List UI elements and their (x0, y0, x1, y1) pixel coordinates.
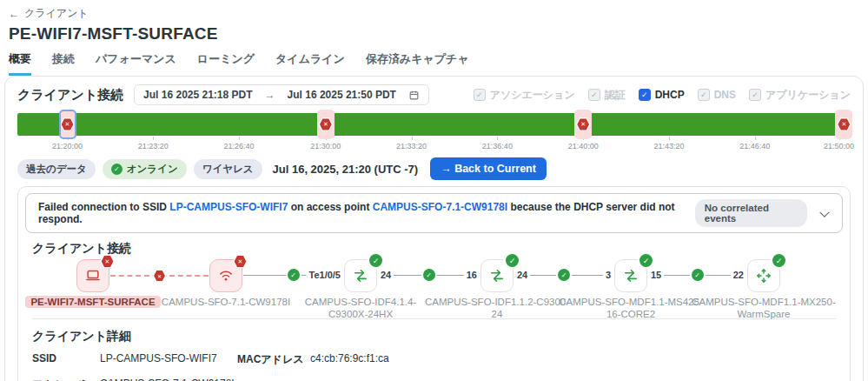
client-connection-card: クライアント接続 Jul 16 2025 21:18 PDT → Jul 16 … (4, 76, 864, 381)
breadcrumb-label: クライアント (24, 6, 89, 21)
link-ok-icon: ✓ (558, 269, 570, 281)
timeline-tick-label: 21:20:00 (52, 142, 83, 150)
topology-title: クライアント接続 (32, 241, 843, 257)
device-node-laptop[interactable]: ✕ (76, 259, 109, 292)
filter-dhcp[interactable]: ✓DHCP (639, 89, 685, 101)
checkbox-icon: ✓ (749, 89, 761, 101)
timeline-error-marker[interactable]: ✕ (835, 110, 852, 139)
date-range-arrow: → (265, 89, 275, 101)
x-icon: ✕ (577, 118, 589, 130)
failure-alert-right: No correlated events (695, 199, 835, 227)
x-icon: ✕ (235, 256, 247, 268)
filter-label: DHCP (655, 89, 685, 101)
filter-disabled: ✓DNS (698, 89, 736, 101)
timeline-tick-label: 21:26:40 (224, 142, 255, 150)
tab-performance[interactable]: パフォーマンス (96, 51, 176, 76)
error-hexagon-icon: ✕ (61, 117, 75, 132)
device-node-appliance[interactable]: ✓ (747, 259, 780, 292)
ok-badge: ✓ (506, 254, 519, 267)
error-hexagon-icon: ✕ (837, 117, 851, 132)
timeline-tick-label: 21:46:40 (739, 142, 770, 150)
port-label: 22 (731, 270, 746, 280)
x-icon: ✕ (102, 256, 114, 268)
error-badge: ✕ (233, 254, 248, 269)
filter-disabled: ✓アソシエーション (474, 88, 575, 103)
port-label: Te1/0/5 (307, 270, 344, 280)
error-hexagon-icon: ✕ (576, 117, 591, 132)
device-node-access-point[interactable]: ✕ (209, 259, 242, 292)
detail-value: c4:cb:76:9c:f1:ca (310, 352, 843, 364)
x-icon: ✕ (154, 271, 165, 282)
x-icon: ✕ (62, 118, 74, 130)
alert-text-part: Failed connection to SSID (38, 201, 169, 213)
tab-timeline[interactable]: タイムライン (275, 51, 345, 76)
topology-diagram: ✕✓✓✓✓✕PE-WIFI7-MSFT-SURFACE✕CAMPUS-SFO-7… (25, 258, 843, 316)
tab-saved-captures[interactable]: 保存済みキャプチャ (366, 51, 469, 76)
panel-title: クライアント接続 (17, 87, 123, 104)
ok-badge: ✓ (639, 254, 653, 267)
device-label[interactable]: CAMPUS-SFO-IDF1.1.2-C9300-24 (422, 296, 572, 321)
device-node-switch[interactable]: ✓ (480, 259, 514, 292)
device-link[interactable]: CAMPUS-SFO-7.1-CW9178I (373, 201, 507, 213)
timeline-tick-label: 21:23:20 (138, 142, 169, 150)
device-label[interactable]: CAMPUS-SFO-MDF1.1-MX250-WarmSpare (689, 296, 838, 321)
timeline-error-marker[interactable]: ✕ (317, 110, 335, 139)
date-range-picker[interactable]: Jul 16 2025 21:18 PDT → Jul 16 2025 21:5… (134, 84, 429, 105)
page-title: PE-WIFI7-MSFT-SURFACE (9, 24, 858, 43)
timeline-tick (669, 137, 670, 140)
checkbox-icon: ✓ (588, 89, 600, 101)
error-badge: ✕ (100, 254, 115, 269)
detail-label: MACアドレス (237, 352, 310, 367)
device-link[interactable]: LP-CAMPUS-SFO-WIFI7 (169, 201, 288, 213)
device-node-switch[interactable]: ✓ (614, 259, 647, 292)
switch-icon (352, 267, 369, 284)
error-hexagon-icon: ✕ (318, 117, 333, 132)
timeline-tick-label: 21:50:00 (824, 142, 854, 150)
link-ok-icon: ✓ (423, 269, 435, 281)
timeline-tick (153, 137, 154, 140)
timeline-tick (755, 137, 756, 140)
date-range-end: Jul 16 2025 21:50 PDT (288, 89, 396, 101)
port-label: 24 (514, 270, 530, 280)
back-arrow-icon: ← (9, 8, 19, 20)
ok-badge: ✓ (369, 254, 382, 267)
tab-roaming[interactable]: ローミング (197, 51, 255, 76)
device-label[interactable]: CAMPUS-SFO-7.1-CW9178I (151, 296, 301, 308)
switch-icon (488, 267, 506, 284)
event-type-filters: ✓アソシエーション✓認証✓DHCP✓DNS✓アプリケーション (474, 88, 851, 103)
client-details-grid: SSIDLP-CAMPUS-SFO-WIFI7MACアドレスc4:cb:76:9… (32, 352, 843, 381)
timeline-bar[interactable] (17, 113, 851, 136)
device-node-switch[interactable]: ✓ (344, 259, 377, 292)
switch-icon (622, 267, 639, 284)
timeline-tick-label: 21:33:20 (396, 142, 427, 150)
timeline-error-marker[interactable]: ✕ (574, 110, 592, 139)
back-to-current-button[interactable]: → Back to Current (430, 157, 547, 180)
x-icon: ✕ (320, 118, 332, 130)
filter-disabled: ✓認証 (588, 88, 626, 103)
filter-label: アソシエーション (490, 88, 575, 103)
port-label: 3 (603, 270, 613, 280)
device-label[interactable]: CAMPUS-SFO-MDF1.1-MS425-16-CORE2 (556, 296, 706, 321)
tab-overview[interactable]: 概要 (9, 51, 31, 76)
timeline-tick-label: 21:36:40 (482, 142, 513, 150)
check-icon: ✓ (111, 164, 123, 175)
error-hexagon-icon: ✕ (233, 254, 248, 269)
date-range-start: Jul 16 2025 21:18 PDT (143, 89, 252, 101)
failure-alert: Failed connection to SSID LP-CAMPUS-SFO-… (25, 193, 843, 233)
timeline-tick (412, 137, 413, 140)
device-label[interactable]: CAMPUS-SFO-IDF4.1.4-C9300X-24HX (286, 296, 435, 321)
checkbox-icon[interactable]: ✓ (639, 89, 651, 101)
timeline-error-marker[interactable]: ✕ (59, 110, 76, 139)
connection-detail-card: Failed connection to SSID LP-CAMPUS-SFO-… (17, 186, 851, 381)
filter-label: 認証 (605, 88, 626, 103)
chevron-down-icon[interactable] (820, 207, 830, 217)
breadcrumb[interactable]: ← クライアント (9, 6, 89, 21)
calendar-icon (408, 90, 420, 101)
tab-connections[interactable]: 接続 (52, 51, 75, 76)
link-ok-icon: ✓ (288, 269, 300, 281)
detail-label: SSID (32, 352, 100, 364)
connection-timeline[interactable]: 21:20:0021:23:2021:26:4021:30:0021:33:20… (17, 110, 851, 154)
appliance-icon (755, 267, 772, 284)
device-label[interactable]: PE-WIFI7-MSFT-SURFACE (18, 296, 168, 308)
port-label: 16 (464, 270, 480, 280)
